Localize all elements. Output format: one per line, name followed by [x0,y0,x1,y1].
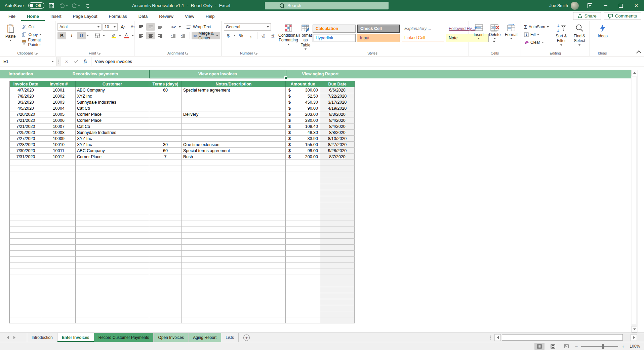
cell-invoice-number[interactable] [42,178,76,184]
new-sheet-button[interactable]: + [243,335,250,341]
cell-date[interactable] [10,160,42,166]
cell-notes[interactable] [182,257,286,263]
align-center-button[interactable] [146,32,155,39]
cell-date[interactable]: 7/21/2020 [10,124,42,130]
font-dialog-launcher[interactable] [97,51,101,55]
cell-invoice-number[interactable] [42,311,76,317]
cell-customer[interactable] [76,184,149,190]
cell-amount[interactable]: $380.00 [286,117,320,124]
cell-customer[interactable] [76,220,149,226]
cell-amount[interactable]: $155.00 [286,142,320,148]
align-right-button[interactable] [156,32,165,39]
cell-invoice-number[interactable] [42,239,76,245]
search-box[interactable]: Search [265,2,389,9]
cell-date[interactable] [10,220,42,226]
cell-notes[interactable] [182,99,286,105]
cell-terms[interactable] [149,299,182,305]
redo-button[interactable] [71,0,81,11]
cell-notes[interactable]: Special terms agreement [182,87,286,93]
cell-due[interactable] [320,305,355,311]
cell-invoice-number[interactable] [42,293,76,299]
cell-due[interactable] [320,251,355,257]
cell-amount[interactable] [286,311,320,317]
cell-terms[interactable] [149,293,182,299]
percent-style-button[interactable]: % [237,32,245,39]
cell-invoice-number[interactable]: 10005 [42,111,76,117]
cell-date[interactable]: 7/30/2020 [10,148,42,154]
increase-decimal-button[interactable]: ←0.00 [259,32,268,39]
vertical-scroll-thumb[interactable] [632,77,637,324]
cell-customer[interactable]: XYZ Inc [76,136,149,142]
cell-terms[interactable] [149,269,182,275]
cell-date[interactable] [10,184,42,190]
cell-notes[interactable] [182,305,286,311]
cell-notes[interactable] [182,202,286,208]
cell-customer[interactable] [76,287,149,293]
cell-notes[interactable] [182,136,286,142]
cell-notes[interactable] [182,245,286,251]
cell-amount[interactable] [286,281,320,287]
cell-terms[interactable] [149,275,182,281]
increase-font-size-button[interactable]: A˄ [119,23,127,31]
next-sheet-button[interactable] [13,336,15,339]
cell-date[interactable] [10,299,42,305]
cell-amount[interactable] [286,190,320,196]
ribbon-tab-page-layout[interactable]: Page Layout [67,11,103,21]
cell-customer[interactable] [76,160,149,166]
nav-link-introduction[interactable]: Introduction [9,72,33,76]
autosum-button[interactable]: Σ AutoSum [523,23,550,31]
cell-amount[interactable] [286,317,320,323]
sheet-tab-open-invoices[interactable]: Open Invoices [154,333,189,342]
format-as-table-button[interactable]: Format as Table [299,23,312,50]
cell-invoice-number[interactable] [42,196,76,202]
cell-customer[interactable]: Sunnydale Industries [76,130,149,136]
sheet-tab-aging-report[interactable]: Aging Report [189,333,221,342]
cell-notes[interactable]: Delivery [182,111,286,117]
cell-invoice-number[interactable]: 10012 [42,154,76,160]
cell-terms[interactable] [149,184,182,190]
cell-notes[interactable] [182,130,286,136]
cell-due[interactable] [320,311,355,317]
name-box[interactable]: E1 [0,57,57,66]
bottom-align-button[interactable] [156,23,165,31]
nav-cell-record-view-payments[interactable]: Record/view payments [42,70,149,78]
cell-amount[interactable]: $203.00 [286,111,320,117]
cell-terms[interactable] [149,233,182,239]
increase-indent-button[interactable] [179,32,188,39]
cell-customer[interactable]: XYZ Inc [76,142,149,148]
cell-due[interactable] [320,190,355,196]
cell-due[interactable] [320,184,355,190]
cell-notes[interactable] [182,190,286,196]
cell-due[interactable]: 8/8/2020 [320,130,355,136]
cell-terms[interactable]: 7 [149,154,182,160]
cell-due[interactable] [320,202,355,208]
formula-bar-splitter[interactable] [57,56,61,67]
clear-button[interactable]: Clear [523,39,550,46]
page-break-preview-button[interactable] [561,343,571,350]
normal-view-button[interactable] [534,343,545,350]
cell-terms[interactable] [149,178,182,184]
scroll-right-button[interactable] [631,334,637,341]
copy-button[interactable]: Copy [21,31,54,38]
cell-customer[interactable] [76,293,149,299]
cell-due[interactable]: 8/27/2020 [320,142,355,148]
cell-due[interactable] [320,287,355,293]
delete-cells-button[interactable]: Delete [487,23,502,39]
cell-notes[interactable] [182,117,286,124]
nav-link-record-view-payments[interactable]: Record/view payments [73,72,118,76]
cell-invoice-number[interactable] [42,317,76,323]
cell-due[interactable] [320,257,355,263]
cell-customer[interactable] [76,263,149,269]
restore-button[interactable] [613,0,629,11]
cell-invoice-number[interactable] [42,257,76,263]
cell-style-check-cell[interactable]: Check Cell [357,25,400,33]
cell-due[interactable] [320,239,355,245]
underline-button[interactable]: U [77,32,86,39]
sheet-tab-lists[interactable]: Lists [221,333,239,342]
cell-terms[interactable]: 60 [149,148,182,154]
paste-button[interactable]: Paste [2,23,19,41]
sheet-tab-enter-invoices[interactable]: Enter Invoices [57,333,94,342]
cell-amount[interactable] [286,257,320,263]
cell-terms[interactable]: 60 [149,87,182,93]
cell-amount[interactable] [286,245,320,251]
